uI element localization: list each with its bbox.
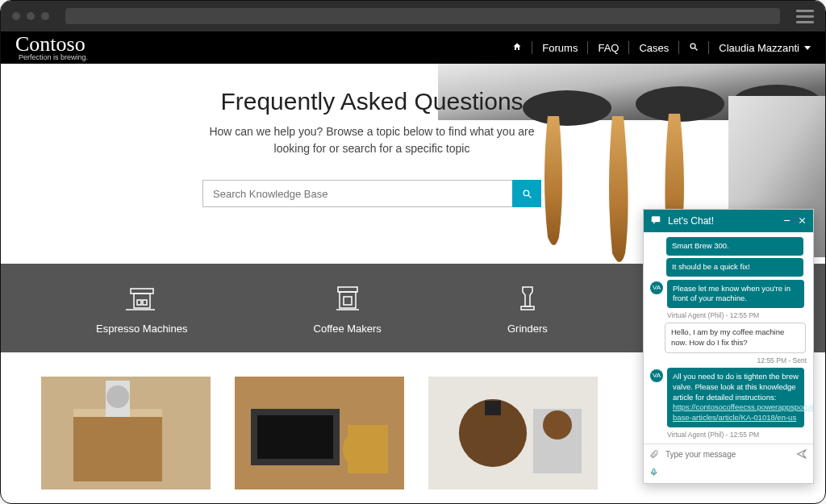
svg-rect-36: [485, 401, 501, 415]
agent-avatar: VA: [650, 369, 663, 382]
svg-rect-39: [652, 216, 661, 222]
page-title: Frequently Asked Questions: [122, 88, 622, 115]
window-dot[interactable]: [27, 12, 35, 20]
nav-faq[interactable]: FAQ: [598, 42, 619, 54]
category-label: Espresso Machines: [96, 323, 187, 335]
chat-header: Let's Chat!: [644, 210, 813, 232]
nav-cases[interactable]: Cases: [639, 42, 669, 54]
svg-rect-12: [137, 300, 141, 305]
top-nav: Forums FAQ Cases Claudia Mazzanti: [512, 41, 811, 54]
agent-message: It should be a quick fix!: [666, 258, 803, 277]
kb-article-link[interactable]: https://contosocoffeecss.powerappsportal…: [673, 402, 813, 422]
nav-forums[interactable]: Forums: [542, 42, 578, 54]
logo-text: Contoso: [15, 34, 88, 55]
logo[interactable]: Contoso Perfection is brewing.: [15, 34, 88, 61]
window-dot[interactable]: [12, 12, 20, 20]
category-coffeemakers[interactable]: Coffee Makers: [314, 282, 382, 335]
message-meta: 12:55 PM - Sent: [650, 356, 807, 364]
svg-rect-43: [653, 469, 655, 473]
chat-title: Let's Chat!: [668, 215, 776, 227]
send-icon[interactable]: [796, 448, 807, 461]
search-icon: [522, 189, 532, 199]
close-icon[interactable]: [798, 216, 807, 227]
svg-rect-11: [134, 294, 150, 308]
espresso-machine-icon: [126, 282, 158, 314]
svg-point-27: [106, 385, 129, 408]
browser-frame: Contoso Perfection is brewing. Forums FA…: [0, 0, 826, 504]
svg-point-38: [543, 410, 572, 439]
kb-search: [202, 180, 541, 207]
svg-line-9: [528, 195, 531, 198]
category-label: Grinders: [507, 323, 548, 335]
page-subtitle: How can we help you? Browse a topic belo…: [202, 123, 541, 157]
chat-text-input[interactable]: [665, 450, 790, 459]
mic-icon[interactable]: [644, 465, 813, 483]
svg-point-8: [524, 190, 529, 196]
svg-rect-19: [521, 306, 534, 310]
hamburger-menu-icon[interactable]: [796, 10, 814, 23]
search-icon[interactable]: [689, 42, 699, 54]
svg-rect-10: [131, 289, 153, 294]
svg-rect-13: [143, 300, 147, 305]
article-card[interactable]: [41, 377, 211, 489]
svg-point-0: [690, 44, 695, 48]
search-button[interactable]: [512, 180, 541, 207]
svg-line-1: [695, 48, 698, 50]
agent-message: All you need to do is tighten the brew v…: [667, 368, 804, 427]
svg-rect-15: [338, 287, 357, 292]
article-card[interactable]: [428, 377, 598, 489]
agent-avatar: VA: [650, 281, 663, 294]
chat-icon: [650, 215, 661, 227]
chat-input-row: [644, 444, 813, 465]
home-icon[interactable]: [512, 41, 522, 54]
minimize-icon[interactable]: [782, 216, 791, 227]
category-label: Coffee Makers: [314, 323, 382, 335]
search-input[interactable]: [202, 180, 512, 207]
user-menu[interactable]: Claudia Mazzanti: [719, 42, 811, 54]
user-name: Claudia Mazzanti: [719, 42, 799, 54]
svg-rect-30: [257, 415, 333, 459]
coffee-maker-icon: [332, 282, 364, 314]
message-meta: Virtual Agent (Phil) - 12:55 PM: [667, 311, 807, 319]
chat-body: Smart Brew 300. It should be a quick fix…: [644, 232, 813, 444]
address-bar[interactable]: [65, 8, 780, 24]
message-meta: Virtual Agent (Phil) - 12:55 PM: [667, 431, 807, 439]
category-espresso[interactable]: Espresso Machines: [96, 282, 187, 335]
category-grinders[interactable]: Grinders: [507, 282, 548, 335]
svg-rect-32: [348, 425, 388, 473]
logo-tagline: Perfection is brewing.: [19, 53, 88, 61]
site-header: Contoso Perfection is brewing. Forums FA…: [1, 31, 825, 64]
grinder-icon: [511, 282, 544, 314]
svg-rect-16: [340, 292, 356, 308]
svg-rect-24: [73, 409, 162, 481]
browser-chrome: [1, 1, 825, 31]
chat-widget: Let's Chat! Smart Brew 300. It should be…: [643, 209, 814, 484]
user-message: Hello, I am by my coffee machine now. Ho…: [665, 323, 806, 353]
attachment-icon[interactable]: [649, 449, 659, 460]
window-dot[interactable]: [41, 12, 49, 20]
agent-message: Smart Brew 300.: [666, 237, 803, 256]
article-card[interactable]: [235, 377, 404, 489]
svg-rect-17: [344, 297, 352, 305]
agent-message: Please let me know when you're in front …: [667, 280, 804, 309]
chevron-down-icon: [804, 46, 811, 50]
